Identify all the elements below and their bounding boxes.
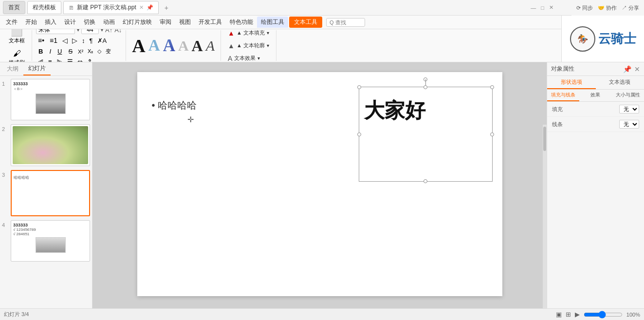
panel-close-icon[interactable]: ✕ xyxy=(634,65,640,73)
handle-tm[interactable] xyxy=(423,85,427,89)
indent-increase-button[interactable]: ▷ xyxy=(71,36,79,45)
slide4-item2: √ 284651 xyxy=(13,232,88,236)
new-tab-button[interactable]: + xyxy=(161,2,172,14)
font-family-input[interactable] xyxy=(36,29,75,34)
rp-subtab-effect[interactable]: 效果 xyxy=(579,90,611,101)
collab-button[interactable]: 🤝 协作 xyxy=(598,4,617,12)
strikethrough-button[interactable]: S xyxy=(66,47,75,56)
doc-tab-pin[interactable]: 📌 xyxy=(147,4,153,11)
font-style-black[interactable]: A xyxy=(132,37,145,55)
clear-format-button[interactable]: ✗A xyxy=(96,37,109,45)
handle-bm[interactable] xyxy=(423,179,427,183)
text-transform-button[interactable]: 变 xyxy=(104,47,112,56)
font-size-input[interactable] xyxy=(81,29,99,34)
distribute-h-button[interactable]: ⇔ xyxy=(76,57,84,62)
slide-canvas[interactable]: • 哈哈哈哈 大家好 xyxy=(137,72,502,296)
template-tab[interactable]: 程壳模板 xyxy=(27,1,61,14)
tab-drawing-tools[interactable]: 绘图工具 xyxy=(257,17,288,28)
view-normal-icon[interactable]: ▣ xyxy=(556,311,562,318)
fill-select[interactable]: 无 xyxy=(619,105,639,113)
tab-text-tools[interactable]: 文本工具 xyxy=(289,17,322,28)
subscript-button[interactable]: X₂ xyxy=(86,48,94,55)
window-min-button[interactable]: — xyxy=(531,5,536,11)
slide-thumbnail[interactable] xyxy=(11,124,90,166)
rp-subtab-size[interactable]: 大小与属性 xyxy=(612,90,644,101)
font-size-decrease-icon[interactable]: A↓ xyxy=(114,29,122,34)
font-style-gray[interactable]: A xyxy=(178,38,189,53)
right-panel-scrollbar[interactable] xyxy=(543,125,547,320)
line-select[interactable]: 无 xyxy=(619,120,639,129)
line-height-button[interactable]: ↕ xyxy=(80,37,87,45)
font-style-italic[interactable]: A xyxy=(206,38,215,53)
tab-outline[interactable]: 大纲 xyxy=(2,63,23,75)
tab-animation[interactable]: 动画 xyxy=(99,17,119,28)
tab-insert[interactable]: 插入 xyxy=(41,17,60,28)
font-style-light-blue[interactable]: A xyxy=(148,38,160,54)
slide-thumbnail[interactable]: 333333 √ 123456789 √ 284651 xyxy=(11,220,90,262)
tab-review[interactable]: 审阅 xyxy=(156,17,175,28)
italic-button[interactable]: I xyxy=(47,47,54,56)
tab-special[interactable]: 特色功能 xyxy=(226,17,257,28)
tab-view[interactable]: 视图 xyxy=(175,17,195,28)
list-item[interactable]: 4 333333 √ 123456789 √ 284651 xyxy=(2,220,90,262)
tab-slideshow[interactable]: 幻灯片放映 xyxy=(119,17,156,28)
share-button[interactable]: ↗ 分享 xyxy=(622,4,639,12)
tab-home[interactable]: 开始 xyxy=(21,17,41,28)
handle-mr[interactable] xyxy=(490,132,494,136)
align-right-button[interactable]: ⫸ xyxy=(55,57,64,62)
handle-tl[interactable] xyxy=(357,85,361,89)
window-close-button[interactable]: ✕ xyxy=(549,4,553,11)
list-item[interactable]: 2 xyxy=(2,124,90,166)
bold-button[interactable]: B xyxy=(36,47,45,56)
insert-textbox-button[interactable]: ⬜ 文本框 xyxy=(6,29,28,46)
rp-subtab-fill[interactable]: 填充与线条 xyxy=(547,90,579,101)
tab-developer[interactable]: 开发工具 xyxy=(195,17,226,28)
text-selection-box[interactable]: 大家好 xyxy=(359,87,493,182)
window-max-button[interactable]: □ xyxy=(541,5,544,11)
slide-thumbnail[interactable]: 哈哈哈哈 xyxy=(11,170,90,216)
paragraph-settings-button[interactable]: ¶ xyxy=(88,37,94,45)
text-fill-dropdown-icon[interactable]: ▾ xyxy=(267,30,269,36)
tab-file[interactable]: 文件 xyxy=(2,17,21,28)
format-brush-button[interactable]: 🖌 格式刷 xyxy=(7,48,27,63)
superscript-button[interactable]: X² xyxy=(76,48,85,55)
list-item[interactable]: 3 哈哈哈哈 xyxy=(2,170,90,216)
slide-thumbnail[interactable]: 333333 ＜B＞ xyxy=(11,79,90,120)
font-size-dropdown-icon[interactable]: ▾ xyxy=(101,29,103,33)
tab-slides[interactable]: 幻灯片 xyxy=(23,62,51,75)
text-effect-button[interactable]: A 文本效果 ▾ xyxy=(226,54,271,63)
view-grid-icon[interactable]: ⊞ xyxy=(566,311,571,318)
bullet-list-button[interactable]: ≡• xyxy=(36,36,46,45)
indent-decrease-button[interactable]: ◁ xyxy=(61,36,69,45)
handle-ml[interactable] xyxy=(357,132,361,136)
align-justify-button[interactable]: ☰ xyxy=(66,57,74,62)
text-outline-button[interactable]: ▲ ▲ 文本轮廓 ▾ xyxy=(226,41,271,51)
underline-button[interactable]: U xyxy=(55,47,64,56)
align-center-button[interactable]: ≡ xyxy=(47,57,54,62)
search-input[interactable] xyxy=(326,18,365,27)
doc-tab-close[interactable]: ✕ xyxy=(139,4,144,11)
text-effect-dropdown-icon[interactable]: ▾ xyxy=(258,56,260,61)
rp-tab-text[interactable]: 文本选项 xyxy=(596,76,644,89)
tab-design[interactable]: 设计 xyxy=(60,17,80,28)
handle-tr[interactable] xyxy=(490,85,494,89)
distribute-v-button[interactable]: ⇕ xyxy=(86,57,94,62)
zoom-slider[interactable] xyxy=(584,311,623,319)
text-fill-button[interactable]: ▲ ▲ 文本填充 ▾ xyxy=(226,29,271,38)
font-size-increase-icon[interactable]: A↑ xyxy=(105,29,112,34)
sync-button[interactable]: ⟳ 同步 xyxy=(576,4,593,12)
numbered-list-button[interactable]: ≡1 xyxy=(48,36,59,45)
font-style-dark-blue[interactable]: A xyxy=(163,37,175,54)
special-char-button[interactable]: ◇ xyxy=(96,48,103,55)
view-slideshow-icon[interactable]: ▶ xyxy=(575,311,580,318)
align-left-button[interactable]: ⫷ xyxy=(36,57,45,62)
font-family-dropdown-icon[interactable]: ▾ xyxy=(77,29,79,33)
doc-tab[interactable]: 🖹 新建 PPT 演示文稿.ppt ✕ 📌 xyxy=(63,1,159,14)
font-style-black2[interactable]: A xyxy=(192,38,203,54)
panel-pin-icon[interactable]: 📌 xyxy=(623,65,631,73)
list-item[interactable]: 1 333333 ＜B＞ xyxy=(2,79,90,120)
rp-tab-shape[interactable]: 形状选项 xyxy=(547,76,596,89)
home-tab[interactable]: 首页 xyxy=(3,1,25,14)
tab-transition[interactable]: 切换 xyxy=(80,17,99,28)
text-outline-dropdown-icon[interactable]: ▾ xyxy=(267,43,269,48)
